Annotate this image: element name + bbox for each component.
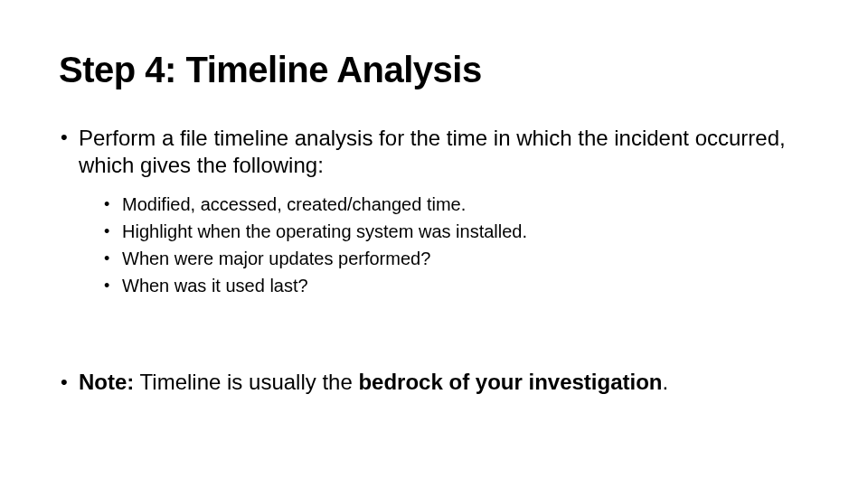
sub-list-item: When was it used last?	[102, 273, 809, 298]
sub-bullet-list: Modified, accessed, created/changed time…	[102, 192, 809, 298]
sub-list-item: Highlight when the operating system was …	[102, 219, 809, 244]
sub-list-item: Modified, accessed, created/changed time…	[102, 192, 809, 217]
note-prefix: Timeline is usually the	[134, 370, 358, 394]
note-suffix: .	[662, 370, 668, 394]
note-text: Note: Timeline is usually the bedrock of…	[79, 369, 809, 396]
intro-text: Perform a file timeline analysis for the…	[79, 125, 809, 179]
bullet-list: Perform a file timeline analysis for the…	[59, 125, 809, 396]
list-item: Perform a file timeline analysis for the…	[59, 125, 809, 298]
sub-list-item: When were major updates performed?	[102, 246, 809, 271]
note-label: Note:	[79, 370, 134, 394]
slide-title: Step 4: Timeline Analysis	[59, 50, 809, 90]
note-item: Note: Timeline is usually the bedrock of…	[59, 369, 809, 396]
note-emphasis: bedrock of your investigation	[358, 370, 662, 394]
